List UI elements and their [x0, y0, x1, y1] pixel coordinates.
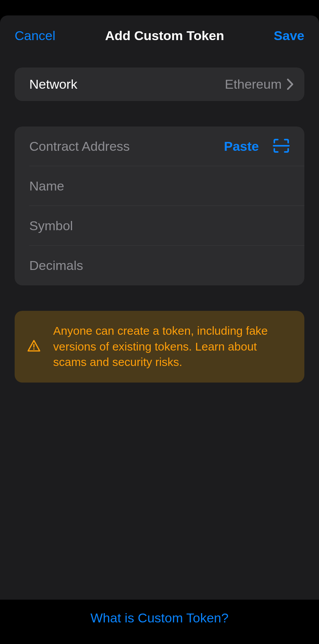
scan-button[interactable]: [273, 138, 290, 155]
modal-title: Add Custom Token: [105, 28, 224, 43]
network-selector[interactable]: Network Ethereum: [15, 67, 304, 101]
symbol-row: [15, 206, 304, 246]
warning-icon: [27, 339, 41, 354]
what-is-custom-token-link[interactable]: What is Custom Token?: [91, 610, 228, 625]
symbol-input[interactable]: [29, 218, 290, 233]
warning-box[interactable]: Anyone can create a token, including fak…: [15, 311, 304, 383]
network-label: Network: [29, 77, 77, 92]
scan-icon: [273, 138, 290, 155]
add-custom-token-modal: Cancel Add Custom Token Save Network Eth…: [0, 15, 319, 644]
name-row: [15, 166, 304, 206]
contract-address-input[interactable]: [29, 139, 224, 154]
save-button[interactable]: Save: [274, 28, 304, 43]
paste-button[interactable]: Paste: [224, 139, 259, 154]
modal-header: Cancel Add Custom Token Save: [0, 15, 319, 56]
chevron-right-icon: [287, 79, 294, 90]
warning-text: Anyone can create a token, including fak…: [53, 323, 292, 370]
cancel-button[interactable]: Cancel: [15, 28, 55, 43]
decimals-row: [15, 246, 304, 285]
contract-address-row: Paste: [15, 126, 304, 166]
svg-point-0: [33, 348, 35, 350]
modal-content: Network Ethereum Paste: [0, 67, 319, 383]
modal-footer: What is Custom Token?: [0, 600, 319, 644]
form-group: Paste: [15, 126, 304, 285]
network-value-container: Ethereum: [225, 77, 294, 92]
network-value: Ethereum: [225, 77, 282, 92]
name-input[interactable]: [29, 179, 290, 194]
decimals-input[interactable]: [29, 258, 290, 273]
